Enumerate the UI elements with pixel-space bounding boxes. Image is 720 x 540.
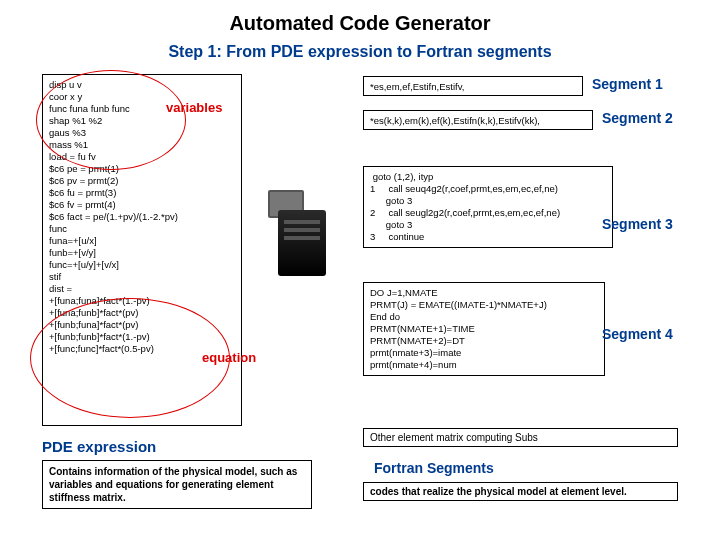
diagram-stage: disp u v coor x y func funa funb func sh… bbox=[0, 70, 720, 540]
segment-4-label: Segment 4 bbox=[602, 326, 673, 342]
other-subs-box: Other element matrix computing Subs bbox=[363, 428, 678, 447]
equation-label: equation bbox=[202, 350, 256, 365]
pde-code-box: disp u v coor x y func funa funb func sh… bbox=[42, 74, 242, 426]
pde-expression-desc: Contains information of the physical mod… bbox=[42, 460, 312, 509]
step-subtitle: Step 1: From PDE expression to Fortran s… bbox=[0, 35, 720, 61]
computer-icon bbox=[268, 190, 338, 280]
variables-label: variables bbox=[166, 100, 222, 115]
segment-3-box: goto (1,2), ityp 1 call seuq4g2(r,coef,p… bbox=[363, 166, 613, 248]
fortran-segments-desc: codes that realize the physical model at… bbox=[363, 482, 678, 501]
segment-4-box: DO J=1,NMATE PRMT(J) = EMATE((IMATE-1)*N… bbox=[363, 282, 605, 376]
page-title: Automated Code Generator bbox=[0, 0, 720, 35]
pde-expression-title: PDE expression bbox=[42, 438, 156, 455]
segment-2-label: Segment 2 bbox=[602, 110, 673, 126]
segment-1-box: *es,em,ef,Estifn,Estifv, bbox=[363, 76, 583, 96]
segment-3-label: Segment 3 bbox=[602, 216, 673, 232]
segment-2-box: *es(k,k),em(k),ef(k),Estifn(k,k),Estifv(… bbox=[363, 110, 593, 130]
segment-1-label: Segment 1 bbox=[592, 76, 663, 92]
fortran-segments-title: Fortran Segments bbox=[374, 460, 494, 476]
